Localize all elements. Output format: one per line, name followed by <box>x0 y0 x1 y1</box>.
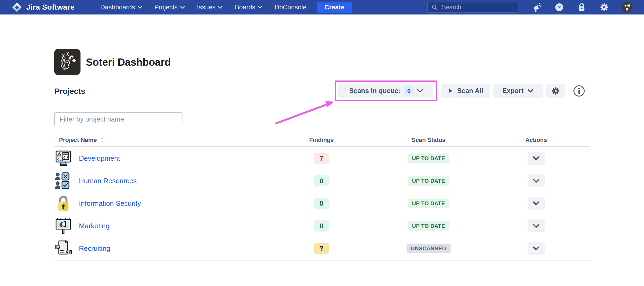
nav-dashboards[interactable]: Dashboards <box>100 3 142 11</box>
row-actions-dropdown[interactable] <box>528 219 545 232</box>
nav-label: Issues <box>197 3 215 11</box>
project-link[interactable]: Development <box>79 154 120 163</box>
page-title: Soteri Dashboard <box>86 55 171 69</box>
row-actions-dropdown[interactable] <box>528 174 545 187</box>
svg-text:?: ? <box>558 4 561 10</box>
chevron-down-icon <box>138 6 142 9</box>
export-dropdown[interactable]: Export <box>493 84 543 98</box>
table-row: Information Security 0 UP TO DATE <box>54 192 590 215</box>
gear-icon <box>551 86 561 96</box>
nav-dbconsole[interactable]: DbConsole <box>275 3 306 11</box>
navbar-icon-group: ? <box>531 2 633 13</box>
findings-badge: ? <box>314 243 329 254</box>
top-navbar: Jira Software Dashboards Projects Issues… <box>0 0 644 14</box>
project-link[interactable]: Information Security <box>79 199 141 208</box>
projects-table: Project Name Findings Scan Status Action… <box>54 134 590 261</box>
chevron-down-icon <box>528 89 533 93</box>
column-header-scan-status: Scan Status <box>400 137 457 144</box>
information-security-project-icon <box>55 195 72 212</box>
megaphone-icon[interactable] <box>531 2 542 13</box>
jira-logo-text: Jira Software <box>26 3 75 12</box>
soteri-app-logo <box>54 49 80 75</box>
settings-gear-button[interactable] <box>546 84 565 98</box>
sort-icon <box>100 137 104 142</box>
nav-label: DbConsole <box>275 3 306 11</box>
scans-in-queue-count-badge: 0 <box>404 86 414 96</box>
project-link[interactable]: Recruiting <box>79 244 110 253</box>
findings-badge: 0 <box>314 175 329 186</box>
scan-all-label: Scan All <box>457 87 484 95</box>
table-row: Recruiting ? UNSCANNED <box>54 237 590 260</box>
info-icon[interactable] <box>573 85 585 97</box>
user-avatar[interactable] <box>621 2 633 13</box>
findings-badge: 0 <box>314 220 329 232</box>
nav-label: Dashboards <box>100 3 135 11</box>
gear-icon[interactable] <box>599 2 610 13</box>
table-row: {.} Development 7 UP TO DATE <box>54 147 590 170</box>
scan-status-badge: UP TO DATE <box>408 153 449 163</box>
chevron-down-icon <box>417 89 423 93</box>
project-link[interactable]: Marketing <box>79 222 109 230</box>
recruiting-project-icon <box>55 240 72 257</box>
table-row: Marketing 0 UP TO DATE <box>54 215 590 237</box>
projects-section-title: Projects <box>54 87 85 96</box>
row-actions-dropdown[interactable] <box>528 152 545 165</box>
column-header-findings: Findings <box>296 137 347 144</box>
project-filter-input[interactable] <box>54 112 182 126</box>
navbar-search[interactable] <box>427 2 518 13</box>
play-icon <box>448 88 453 93</box>
scans-in-queue-dropdown[interactable]: Scans in queue: 0 <box>338 84 433 98</box>
scan-status-badge: UP TO DATE <box>408 221 449 231</box>
column-header-project-name[interactable]: Project Name <box>54 137 296 144</box>
findings-badge: 7 <box>314 153 329 164</box>
search-icon <box>431 4 438 10</box>
chevron-down-icon <box>218 6 222 9</box>
nav-label: Projects <box>154 3 178 11</box>
marketing-project-icon <box>55 217 72 234</box>
nav-label: Boards <box>235 3 255 11</box>
nav-boards[interactable]: Boards <box>235 3 262 11</box>
jira-logo[interactable]: Jira Software <box>11 2 75 13</box>
jira-diamond-icon <box>11 2 23 13</box>
nav-projects[interactable]: Projects <box>154 3 185 11</box>
chevron-down-icon <box>258 6 262 9</box>
svg-text:{.}: {.} <box>57 157 63 162</box>
development-project-icon: {.} <box>55 150 72 167</box>
table-body: {.} Development 7 UP TO DATE <box>54 147 590 261</box>
chevron-down-icon <box>180 6 185 9</box>
create-button[interactable]: Create <box>317 2 352 13</box>
lock-icon[interactable] <box>576 2 587 13</box>
scan-status-badge: UP TO DATE <box>408 199 449 208</box>
row-actions-dropdown[interactable] <box>528 197 545 210</box>
project-link[interactable]: Human Resources <box>79 177 137 185</box>
scan-status-badge: UNSCANNED <box>407 244 450 253</box>
help-icon[interactable]: ? <box>554 2 565 13</box>
primary-nav: Dashboards Projects Issues Boards DbCons… <box>100 3 306 11</box>
nav-issues[interactable]: Issues <box>197 3 222 11</box>
table-header-row: Project Name Findings Scan Status Action… <box>54 134 590 147</box>
export-label: Export <box>502 87 524 95</box>
findings-badge: 0 <box>314 198 329 209</box>
annotation-arrow <box>270 97 339 127</box>
scan-status-badge: UP TO DATE <box>408 176 449 186</box>
human-resources-project-icon <box>55 172 72 189</box>
scans-in-queue-label: Scans in queue: <box>349 87 401 95</box>
table-row: Human Resources 0 UP TO DATE <box>54 170 590 192</box>
scan-all-button[interactable]: Scan All <box>441 84 490 98</box>
row-actions-dropdown[interactable] <box>528 242 545 255</box>
header-label: Project Name <box>59 137 97 144</box>
column-header-actions: Actions <box>510 137 562 144</box>
search-input[interactable] <box>441 3 522 11</box>
